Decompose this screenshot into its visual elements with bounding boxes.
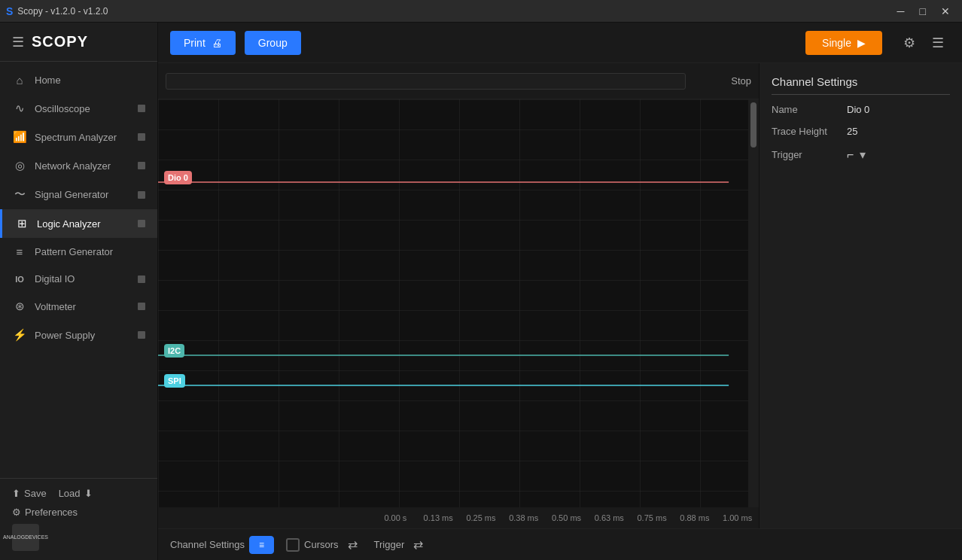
digital-io-icon: IO [12,275,27,284]
sidebar-item-oscilloscope[interactable]: ∿ Oscilloscope [0,94,157,123]
oscilloscope-icon: ∿ [12,102,27,115]
x-tick-0: 0.00 s [374,513,417,522]
channel-label-text: Dio 0 [168,173,188,182]
preferences-icon: ⚙ [12,507,21,518]
sidebar-item-digital-io[interactable]: IO Digital IO [0,266,157,292]
titlebar-title: Scopy - v1.2.0 - v1.2.0 [17,6,108,17]
x-tick-1: 0.13 ms [417,513,460,522]
print-label: Print [184,37,205,49]
main-content: Print 🖨 Group Single ▶ ⚙ ☰ [158,23,962,560]
save-label: Save [24,488,47,499]
sidebar-item-label: Power Supply [35,330,130,341]
sidebar-footer-buttons: ⬆ Save Load ⬇ [12,488,145,499]
stop-button[interactable]: Stop [731,75,751,87]
cursors-label: Cursors [304,539,339,550]
trigger-label: Trigger [772,149,847,160]
channel-label-dio0[interactable]: Dio 0 [164,171,192,184]
trigger-dropdown-button[interactable]: ▾ [860,148,866,162]
channel-label-i2c[interactable]: I2C [164,344,184,358]
cursors-checkbox[interactable] [286,538,300,552]
power-supply-icon: ⚡ [12,328,27,342]
app-body: ☰ SCOPY ⌂ Home ∿ Oscilloscope 📶 Spectrum… [0,23,962,560]
nav-dot [138,220,145,227]
save-button[interactable]: ⬆ Save [12,488,47,499]
nav-dot [138,133,145,141]
single-icon: ▶ [857,37,866,49]
scopy-logo: SCOPY [32,33,88,50]
trigger-edge-icon: ⌐ [847,148,854,162]
nav-dot [138,303,145,310]
name-label: Name [772,104,847,115]
save-icon: ⬆ [12,488,20,499]
preferences-label: Preferences [25,507,78,518]
sidebar-item-network-analyzer[interactable]: ◎ Network Analyzer [0,151,157,180]
load-button[interactable]: Load ⬇ [59,488,93,499]
load-icon: ⬇ [84,488,93,499]
trigger-bottom: Trigger ⇄ [374,536,428,553]
ad-logo-box: ANALOGDEVICES [12,524,39,551]
x-tick-6: 0.75 ms [631,513,674,522]
sidebar-item-label: Logic Analyzer [37,218,130,230]
x-tick-5: 0.63 ms [588,513,631,522]
plot-scrollbar-track[interactable] [166,73,686,90]
bottom-bar: Channel Settings ≡ Cursors ⇄ Trigger ⇄ [158,528,962,560]
single-button[interactable]: Single ▶ [805,31,882,55]
channel-settings-title: Channel Settings [772,75,950,95]
sidebar-item-pattern-generator[interactable]: ≡ Pattern Generator [0,238,157,266]
plot-vertical-scrollbar[interactable] [748,99,759,507]
print-button[interactable]: Print 🖨 [170,31,236,55]
minimize-button[interactable]: ─ [891,4,911,19]
group-label: Group [258,37,288,49]
sidebar-item-label: Digital IO [35,273,130,285]
channel-name-row: Name Dio 0 [772,104,950,115]
network-icon: ◎ [12,159,27,172]
sidebar-item-home[interactable]: ⌂ Home [0,66,157,94]
name-value: Dio 0 [847,104,950,115]
voltmeter-icon: ⊛ [12,300,27,313]
grid-svg [158,99,759,507]
sidebar-item-label: Network Analyzer [35,160,130,172]
app-icon: S [6,5,13,17]
analog-devices-logo: ANALOGDEVICES [12,524,145,551]
settings-icon-button[interactable]: ⚙ [897,32,921,54]
sidebar-item-signal-generator[interactable]: 〜 Signal Generator [0,180,157,209]
sidebar-item-voltmeter[interactable]: ⊛ Voltmeter [0,292,157,321]
x-axis: 0.00 s 0.13 ms 0.25 ms 0.38 ms 0.50 ms 0… [158,507,759,528]
hamburger-icon[interactable]: ☰ [12,34,24,50]
pattern-gen-icon: ≡ [12,245,27,258]
toolbar: Print 🖨 Group Single ▶ ⚙ ☰ [158,23,962,63]
x-tick-3: 0.38 ms [502,513,545,522]
scrollbar-thumb [750,102,757,148]
sidebar-item-label: Home [35,75,145,86]
x-tick-8: 1.00 ms [716,513,759,522]
sidebar-item-logic-analyzer[interactable]: ⊞ Logic Analyzer [0,209,157,238]
restore-button[interactable]: □ [914,4,932,19]
nav-dot [138,331,145,339]
trigger-settings-icon[interactable]: ⇄ [409,536,428,553]
close-button[interactable]: ✕ [935,4,956,19]
home-icon: ⌂ [12,74,27,87]
sidebar-item-label: Oscilloscope [35,103,130,114]
group-button[interactable]: Group [245,31,301,55]
cursors-settings-icon[interactable]: ⇄ [343,536,362,553]
trigger-bottom-label: Trigger [374,539,405,550]
single-label: Single [822,37,851,49]
sidebar-item-label: Pattern Generator [35,246,145,257]
sidebar-item-label: Voltmeter [35,301,130,312]
channel-settings-toggle[interactable]: ≡ [249,536,274,554]
x-tick-7: 0.88 ms [673,513,716,522]
preferences-button[interactable]: ⚙ Preferences [12,507,78,518]
toolbar-icons: ⚙ ☰ [897,32,950,54]
menu-lines-button[interactable]: ☰ [926,32,950,54]
channel-settings-bottom-label: Channel Settings [170,539,245,550]
trace-height-value: 25 [847,126,950,137]
sidebar-item-spectrum-analyzer[interactable]: 📶 Spectrum Analyzer [0,123,157,151]
titlebar-controls: ─ □ ✕ [891,4,956,19]
plot-top-bar: Stop [158,63,759,99]
channel-label-spi[interactable]: SPI [164,374,185,388]
sidebar-item-power-supply[interactable]: ⚡ Power Supply [0,321,157,349]
sidebar-header: ☰ SCOPY [0,23,157,62]
channel-settings-icon: ≡ [259,540,264,550]
titlebar: S Scopy - v1.2.0 - v1.2.0 ─ □ ✕ [0,0,962,23]
plot-grid: Dio 0 I2C SPI [158,99,759,507]
